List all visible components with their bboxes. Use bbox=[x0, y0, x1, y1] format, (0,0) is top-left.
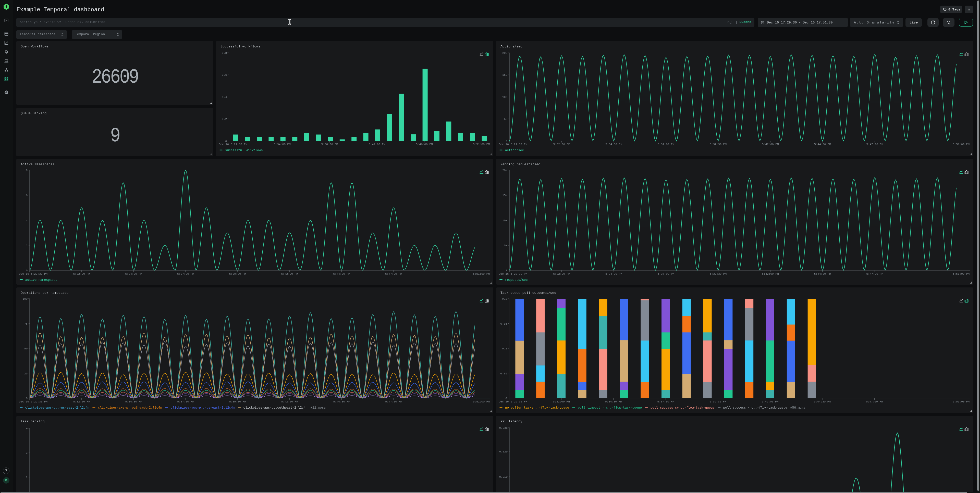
svg-text:clickpipes-aws-p..outheast-2.l: clickpipes-aws-p..outheast-2.l2c4n bbox=[98, 406, 162, 410]
svg-text:clickpipes-aws-p..-us-east-1.l: clickpipes-aws-p..-us-east-1.l2c4n bbox=[171, 406, 235, 410]
svg-text:5:32:00 PM: 5:32:00 PM bbox=[553, 143, 570, 146]
svg-text:0.029: 0.029 bbox=[499, 450, 508, 453]
svg-text:5:39:30 PM: 5:39:30 PM bbox=[710, 400, 726, 403]
svg-text:5:47:00 PM: 5:47:00 PM bbox=[866, 143, 883, 146]
svg-text:8: 8 bbox=[26, 169, 27, 172]
svg-text:Dec 16 5:29:30 PM: Dec 16 5:29:30 PM bbox=[499, 273, 527, 276]
svg-text:5K: 5K bbox=[504, 244, 508, 247]
svg-text:50: 50 bbox=[504, 117, 508, 120]
svg-text:5:46:00 PM: 5:46:00 PM bbox=[416, 143, 433, 146]
svg-text:Task queue poll outcomes/sec: Task queue poll outcomes/sec bbox=[501, 291, 556, 295]
svg-text:requests/sec: requests/sec bbox=[505, 278, 528, 282]
svg-text:Actions/sec: Actions/sec bbox=[501, 44, 522, 48]
svg-text:150: 150 bbox=[502, 73, 508, 76]
svg-text:5:51:00 PM: 5:51:00 PM bbox=[953, 400, 969, 403]
svg-text:5:51:00 PM: 5:51:00 PM bbox=[473, 400, 490, 403]
svg-text:50: 50 bbox=[24, 347, 27, 350]
svg-text:poll_timeout · c..-flow-task-q: poll_timeout · c..-flow-task-queue bbox=[578, 406, 642, 410]
svg-text:15K: 15K bbox=[502, 194, 508, 197]
svg-text:5:37:00 PM: 5:37:00 PM bbox=[657, 273, 674, 276]
svg-text:0.15: 0.15 bbox=[501, 322, 507, 325]
svg-text:poll_success_syn..-flow-task-q: poll_success_syn..-flow-task-queue bbox=[651, 406, 714, 410]
svg-text:0: 0 bbox=[506, 269, 508, 272]
svg-text:active namespaces: active namespaces bbox=[25, 278, 57, 282]
svg-text:Dec 16 5:29:30 PM: Dec 16 5:29:30 PM bbox=[19, 273, 48, 276]
svg-text:5:37:00 PM: 5:37:00 PM bbox=[177, 400, 194, 403]
svg-text:0: 0 bbox=[505, 397, 507, 400]
svg-text:5:34:30 PM: 5:34:30 PM bbox=[605, 143, 622, 146]
svg-text:0: 0 bbox=[506, 140, 508, 143]
svg-text:no_poller_tasks ..-flow-task-q: no_poller_tasks ..-flow-task-queue bbox=[505, 406, 569, 410]
svg-text:5:47:00 PM: 5:47:00 PM bbox=[866, 400, 883, 403]
svg-text:100: 100 bbox=[502, 96, 508, 99]
svg-text:25: 25 bbox=[24, 372, 27, 375]
svg-text:4: 4 bbox=[26, 427, 27, 430]
svg-text:Dec 16 5:29:30 PM: Dec 16 5:29:30 PM bbox=[499, 400, 527, 403]
svg-text:Successful workflows: Successful workflows bbox=[221, 44, 260, 48]
svg-text:5:34:30 PM: 5:34:30 PM bbox=[125, 400, 142, 403]
svg-text:Dec 16 5:29:30 PM: Dec 16 5:29:30 PM bbox=[219, 143, 247, 146]
svg-text:5:39:30 PM: 5:39:30 PM bbox=[710, 273, 727, 276]
svg-text:5:39:30 PM: 5:39:30 PM bbox=[710, 143, 727, 146]
svg-text:5:47:00 PM: 5:47:00 PM bbox=[866, 273, 883, 276]
svg-text:5:47:00 PM: 5:47:00 PM bbox=[385, 273, 402, 276]
svg-text:5:51:00 PM: 5:51:00 PM bbox=[473, 143, 490, 146]
svg-text:0.6: 0.6 bbox=[222, 73, 227, 76]
svg-text:0.019: 0.019 bbox=[499, 476, 508, 479]
svg-text:5:32:00 PM: 5:32:00 PM bbox=[73, 400, 90, 403]
svg-text:action/sec: action/sec bbox=[505, 149, 524, 152]
svg-text:5:34:00 PM: 5:34:00 PM bbox=[274, 143, 291, 146]
svg-text:0.038: 0.038 bbox=[499, 426, 508, 430]
svg-text:4: 4 bbox=[26, 219, 27, 222]
svg-text:0.8: 0.8 bbox=[222, 52, 227, 55]
svg-text:5:37:00 PM: 5:37:00 PM bbox=[657, 400, 674, 403]
svg-text:Pending requests/sec: Pending requests/sec bbox=[501, 162, 540, 166]
svg-text:poll_success · c..-flow-task-q: poll_success · c..-flow-task-queue bbox=[723, 406, 788, 410]
svg-text:10K: 10K bbox=[502, 219, 508, 222]
svg-text:26609: 26609 bbox=[92, 66, 138, 89]
svg-text:+12 more: +12 more bbox=[310, 406, 326, 410]
svg-text:0.2: 0.2 bbox=[502, 297, 507, 300]
svg-text:5:34:30 PM: 5:34:30 PM bbox=[125, 273, 142, 276]
svg-text:5:51:00 PM: 5:51:00 PM bbox=[953, 143, 969, 146]
svg-text:5:42:00 PM: 5:42:00 PM bbox=[762, 400, 778, 403]
svg-text:0: 0 bbox=[26, 397, 27, 400]
svg-text:5:42:00 PM: 5:42:00 PM bbox=[762, 273, 779, 276]
svg-text:5:38:00 PM: 5:38:00 PM bbox=[321, 143, 338, 146]
svg-text:5:32:00 PM: 5:32:00 PM bbox=[553, 400, 570, 403]
svg-text:5:37:00 PM: 5:37:00 PM bbox=[657, 143, 674, 146]
svg-text:0.05: 0.05 bbox=[501, 372, 507, 375]
svg-text:clickpipes-aws-p..outheast-2.l: clickpipes-aws-p..outheast-2.l2c4n bbox=[243, 406, 307, 410]
svg-text:Active Namespaces: Active Namespaces bbox=[21, 162, 55, 166]
svg-text:5:32:00 PM: 5:32:00 PM bbox=[553, 273, 570, 276]
svg-text:0.1: 0.1 bbox=[502, 347, 507, 350]
svg-text:5:39:30 PM: 5:39:30 PM bbox=[229, 273, 246, 276]
svg-text:100: 100 bbox=[22, 297, 27, 300]
svg-text:2: 2 bbox=[26, 244, 27, 247]
svg-text:75: 75 bbox=[24, 322, 27, 325]
svg-text:5:37:00 PM: 5:37:00 PM bbox=[177, 273, 194, 276]
svg-text:0.2: 0.2 bbox=[222, 117, 227, 120]
svg-text:3: 3 bbox=[26, 452, 27, 455]
svg-text:5:51:00 PM: 5:51:00 PM bbox=[953, 273, 969, 276]
svg-text:5:34:30 PM: 5:34:30 PM bbox=[605, 273, 622, 276]
svg-text:Dec 16 5:29:30 PM: Dec 16 5:29:30 PM bbox=[499, 143, 527, 146]
svg-text:5:42:00 PM: 5:42:00 PM bbox=[281, 400, 298, 403]
svg-text:0: 0 bbox=[26, 269, 27, 272]
svg-text:Task backlog: Task backlog bbox=[21, 420, 45, 423]
svg-text:5:47:00 PM: 5:47:00 PM bbox=[385, 400, 402, 403]
svg-text:5:44:30 PM: 5:44:30 PM bbox=[333, 400, 350, 403]
svg-text:5:32:00 PM: 5:32:00 PM bbox=[73, 273, 90, 276]
svg-text:5:42:00 PM: 5:42:00 PM bbox=[369, 143, 385, 146]
svg-text:9: 9 bbox=[110, 124, 120, 147]
svg-text:5:44:30 PM: 5:44:30 PM bbox=[814, 400, 831, 403]
svg-text:Open Workflows: Open Workflows bbox=[21, 44, 48, 48]
svg-text:P95 latency: P95 latency bbox=[501, 420, 522, 423]
svg-text:5:39:30 PM: 5:39:30 PM bbox=[229, 400, 246, 403]
svg-text:0.4: 0.4 bbox=[222, 96, 227, 99]
svg-text:5:44:30 PM: 5:44:30 PM bbox=[814, 273, 831, 276]
svg-text:Dec 16 5:29:30 PM: Dec 16 5:29:30 PM bbox=[19, 400, 48, 403]
svg-text:5:51:00 PM: 5:51:00 PM bbox=[473, 273, 490, 276]
svg-text:successful workflows: successful workflows bbox=[225, 149, 263, 152]
svg-text:clickpipes-aws-p..-us-east-2.l: clickpipes-aws-p..-us-east-2.l2c4n bbox=[25, 406, 89, 410]
